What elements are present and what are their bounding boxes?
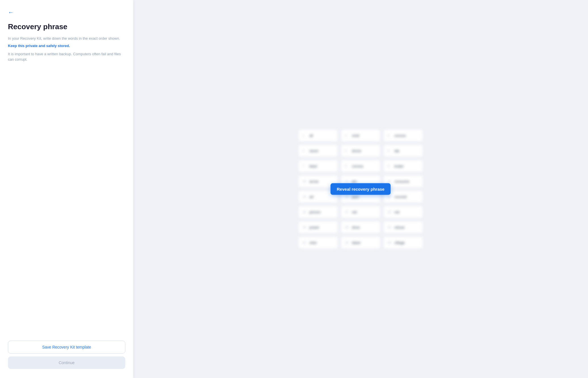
word-text: person bbox=[309, 210, 321, 214]
words-container: 1all2vivid3corona4never5drone6lab7blast8… bbox=[298, 129, 423, 249]
word-text: blast bbox=[309, 164, 317, 168]
word-text: art bbox=[309, 195, 314, 199]
word-text: brake bbox=[394, 164, 404, 168]
word-number: 1 bbox=[303, 134, 307, 137]
word-number: 5 bbox=[345, 149, 350, 152]
word-number: 18 bbox=[388, 210, 392, 214]
word-number: 6 bbox=[388, 149, 392, 152]
word-text: refuse bbox=[394, 225, 405, 230]
word-cell: 23dawn bbox=[341, 236, 380, 249]
word-number: 19 bbox=[303, 226, 307, 229]
right-panel: 1all2vivid3corona4never5drone6lab7blast8… bbox=[133, 0, 588, 378]
word-number: 12 bbox=[388, 180, 392, 183]
warning-text: It is important to have a written backup… bbox=[8, 51, 125, 62]
word-cell: 22view bbox=[298, 236, 338, 249]
back-button[interactable]: ← bbox=[8, 9, 14, 16]
save-recovery-kit-button[interactable]: Save Recovery Kit template bbox=[8, 341, 125, 354]
word-number: 21 bbox=[388, 226, 392, 229]
word-cell: 19power bbox=[298, 221, 338, 233]
word-number: 20 bbox=[345, 226, 350, 229]
word-text: drive bbox=[352, 225, 360, 230]
word-text: corona bbox=[352, 164, 363, 168]
left-panel: ← Recovery phrase In your Recovery Kit, … bbox=[0, 0, 133, 378]
page-title: Recovery phrase bbox=[8, 22, 125, 31]
word-text: lab bbox=[394, 149, 399, 153]
continue-button[interactable]: Continue bbox=[8, 356, 125, 369]
word-cell: 1all bbox=[298, 129, 338, 142]
word-text: corona bbox=[394, 133, 406, 138]
highlight-text: Keep this private and safely stored. bbox=[8, 44, 125, 48]
word-text: coronet bbox=[394, 195, 407, 199]
word-text: vivid bbox=[352, 133, 359, 138]
word-cell: 16person bbox=[298, 206, 338, 218]
word-text: pin bbox=[352, 179, 357, 184]
word-text: never bbox=[309, 149, 319, 153]
word-number: 15 bbox=[388, 195, 392, 198]
word-number: 13 bbox=[303, 195, 307, 198]
word-text: net bbox=[352, 210, 357, 214]
word-cell: 3corona bbox=[383, 129, 423, 142]
word-text: pact bbox=[352, 195, 359, 199]
word-cell: 20drive bbox=[341, 221, 380, 233]
word-number: 8 bbox=[345, 164, 350, 168]
description-text: In your Recovery Kit, write down the wor… bbox=[8, 36, 125, 41]
word-text: net bbox=[394, 210, 399, 214]
word-cell: 5drone bbox=[341, 145, 380, 157]
word-number: 24 bbox=[388, 241, 392, 244]
word-number: 23 bbox=[345, 241, 350, 244]
word-cell: 24village bbox=[383, 236, 423, 249]
word-cell: 17net bbox=[341, 206, 380, 218]
reveal-recovery-phrase-button[interactable]: Reveal recovery phrase bbox=[331, 183, 391, 195]
word-number: 7 bbox=[303, 164, 307, 168]
word-number: 3 bbox=[388, 134, 392, 137]
word-text: arrow bbox=[309, 179, 319, 184]
word-number: 11 bbox=[345, 180, 350, 183]
word-text: view bbox=[309, 241, 317, 245]
word-number: 14 bbox=[345, 195, 350, 198]
word-cell: 18net bbox=[383, 206, 423, 218]
word-number: 9 bbox=[388, 164, 392, 168]
word-number: 17 bbox=[345, 210, 350, 214]
word-text: power bbox=[309, 225, 319, 230]
word-number: 10 bbox=[303, 180, 307, 183]
word-cell: 9brake bbox=[383, 160, 423, 172]
word-text: dawn bbox=[352, 241, 361, 245]
word-text: village bbox=[394, 241, 405, 245]
word-text: consume bbox=[394, 179, 409, 184]
word-text: all bbox=[309, 133, 313, 138]
word-number: 22 bbox=[303, 241, 307, 244]
word-number: 4 bbox=[303, 149, 307, 152]
bottom-buttons: Save Recovery Kit template Continue bbox=[8, 341, 125, 369]
word-cell: 21refuse bbox=[383, 221, 423, 233]
word-cell: 2vivid bbox=[341, 129, 380, 142]
word-cell: 8corona bbox=[341, 160, 380, 172]
word-cell: 6lab bbox=[383, 145, 423, 157]
word-number: 2 bbox=[345, 134, 350, 137]
word-cell: 7blast bbox=[298, 160, 338, 172]
word-number: 16 bbox=[303, 210, 307, 214]
word-text: drone bbox=[352, 149, 361, 153]
word-cell: 4never bbox=[298, 145, 338, 157]
